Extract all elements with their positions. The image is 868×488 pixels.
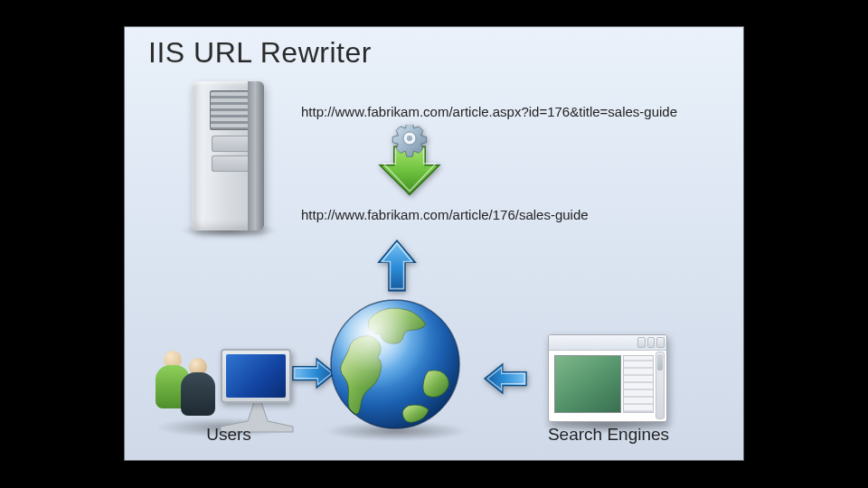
scrollbar-icon [656,352,665,419]
monitor-icon [221,349,291,403]
search-engines-label: Search Engines [532,425,685,445]
person-icon [181,358,215,421]
slide-title: IIS URL Rewriter [148,36,372,70]
server-side [248,81,264,230]
arrow-left-icon [483,360,528,398]
users-label: Users [184,425,274,445]
url-after: http://www.fabrikam.com/article/176/sale… [301,207,589,222]
globe-icon [328,297,462,431]
server-icon [179,81,278,235]
browser-window-icon [548,334,667,422]
slide-canvas: IIS URL Rewriter http://www.fabrikam.com… [124,26,744,461]
browser-side-pane [623,355,654,413]
svg-point-1 [407,136,412,141]
url-before: http://www.fabrikam.com/article.aspx?id=… [301,104,677,119]
browser-titlebar [549,335,666,351]
rewrite-arrow-icon [374,125,445,197]
users-icon [161,343,288,434]
browser-content-pane [554,355,621,413]
server-body [192,81,264,230]
arrow-up-icon [376,239,418,293]
window-controls-icon [637,337,665,346]
